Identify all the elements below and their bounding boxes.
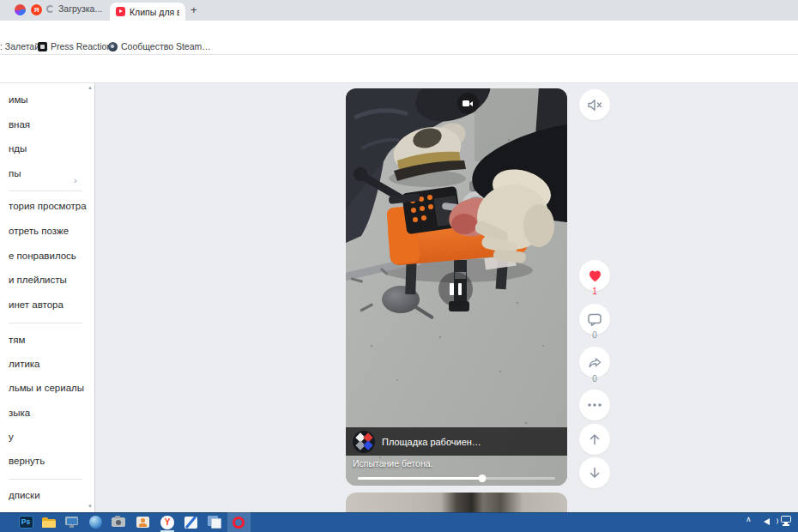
tab-clips[interactable]: Клипы для вас (110, 3, 185, 21)
sidebar-divider (9, 323, 82, 323)
bookmark-steam[interactable]: Сообщество Steam… (108, 41, 211, 51)
sidebar-scrollbar[interactable] (94, 83, 95, 512)
vk-header: VK Видео VK Видео для авторов + (0, 55, 798, 83)
tray-volume-icon[interactable] (764, 517, 776, 527)
tray-chevron-icon[interactable]: ∧ (746, 515, 752, 523)
share-arrow-icon (587, 355, 602, 369)
ellipsis-icon (587, 402, 602, 408)
sidebar-item-subscriptions[interactable]: дписки (9, 490, 40, 500)
channel-name[interactable]: Площадка рабочиен… (382, 437, 481, 447)
sidebar-item-playlists[interactable]: и плейлисты (9, 275, 67, 285)
sidebar-item-0[interactable]: имы (9, 94, 28, 105)
sidebar-item-watch-later[interactable]: отреть позже (9, 226, 69, 236)
progress-bar[interactable] (358, 477, 555, 480)
sidebar-item-liked[interactable]: е понравилось (9, 251, 76, 261)
pause-button[interactable] (438, 272, 473, 306)
yandex-label: Y (160, 516, 174, 529)
more-options-button[interactable] (579, 390, 610, 420)
sidebar-item-author-cabinet[interactable]: инет автора (9, 299, 63, 310)
opera-icon[interactable] (230, 514, 247, 530)
sidebar-divider (9, 190, 82, 191)
bookmark-label: Press Reaction (51, 41, 112, 51)
chevron-right-icon: › (74, 175, 77, 185)
comment-count: 0 (579, 330, 610, 340)
bookmarks-bar: : Залетай… Press Reaction Сообщество Ste… (0, 39, 798, 55)
ps-label: Ps (19, 516, 33, 529)
bookmark-press-reaction[interactable]: Press Reaction (38, 41, 112, 51)
tray-display-icon[interactable] (781, 516, 792, 526)
video-caption: Испытание бетона. (353, 458, 432, 469)
loading-spinner-icon (46, 5, 54, 13)
sidebar-item-music[interactable]: зыка (9, 408, 30, 418)
sidebar-item-show[interactable]: у (9, 432, 14, 442)
camera-app-icon[interactable] (110, 514, 127, 530)
share-count: 0 (579, 374, 610, 384)
browser-tab-bar: Я Загрузка... Клипы для вас + (0, 0, 798, 21)
clip-camera-badge (457, 93, 479, 114)
vk-video-tab-icon (116, 7, 125, 16)
yandex-pinned-icon[interactable]: Я (31, 4, 42, 15)
mute-button[interactable] (579, 89, 610, 120)
sidebar-divider (9, 479, 82, 480)
arrow-up-icon (588, 432, 602, 446)
progress-knob[interactable] (478, 475, 486, 482)
steam-icon (108, 42, 118, 51)
yandex-browser-icon[interactable]: Y (159, 514, 176, 530)
sidebar-item-trends[interactable]: нды (9, 143, 27, 154)
share-button[interactable] (579, 347, 610, 378)
scroll-up-icon[interactable]: ▲ (88, 85, 93, 90)
bookmark-label: Сообщество Steam… (121, 41, 211, 51)
like-count: 1 (579, 287, 610, 296)
browser-globe-icon[interactable] (87, 514, 104, 530)
progress-fill (358, 477, 482, 480)
notes-app-icon[interactable] (206, 514, 223, 530)
tab-loading-label: Загрузка... (58, 3, 102, 14)
pinned-extension-icon[interactable] (15, 4, 26, 15)
sidebar-item-movies[interactable]: льмы и сериалы (9, 383, 84, 393)
video-player[interactable]: Площадка рабочиен… Испытание бетона. (346, 88, 567, 486)
next-clip-button[interactable] (579, 457, 610, 488)
comment-bubble-icon (587, 312, 602, 327)
sidebar-item-expand[interactable]: вернуть (9, 456, 45, 466)
next-clip-preview[interactable] (346, 493, 567, 512)
new-tab-button[interactable]: + (190, 3, 197, 16)
arrow-down-icon (588, 466, 602, 480)
channel-avatar[interactable] (353, 431, 375, 453)
contacts-icon[interactable] (134, 514, 151, 530)
sidebar-item-politics[interactable]: литика (9, 359, 40, 369)
address-bar: vkvideo.ru/@rabochienaden/clip-212475896… (0, 21, 798, 39)
avatar-diamond (363, 440, 372, 450)
file-explorer-icon[interactable] (40, 514, 57, 530)
press-reaction-icon (38, 42, 47, 51)
sidebar-item-kids[interactable]: тям (9, 335, 25, 345)
previous-clip-button[interactable] (579, 424, 610, 455)
mute-speaker-icon (587, 99, 603, 112)
tab-loading[interactable]: Загрузка... (46, 3, 102, 14)
camcorder-icon (462, 100, 469, 106)
camcorder-lens (469, 101, 473, 106)
scroll-down-icon[interactable]: ▼ (88, 504, 93, 509)
sidebar-item-main[interactable]: вная (9, 119, 30, 130)
sidebar-item-history[interactable]: тория просмотра (9, 201, 87, 211)
tab-clips-label: Клипы для вас (130, 7, 179, 17)
photoshop-icon[interactable]: Ps (17, 514, 34, 530)
editor-app-icon[interactable] (182, 514, 199, 530)
sidebar-item-clips[interactable]: пы (9, 168, 21, 178)
this-pc-icon[interactable] (63, 514, 81, 530)
heart-icon (588, 269, 602, 282)
